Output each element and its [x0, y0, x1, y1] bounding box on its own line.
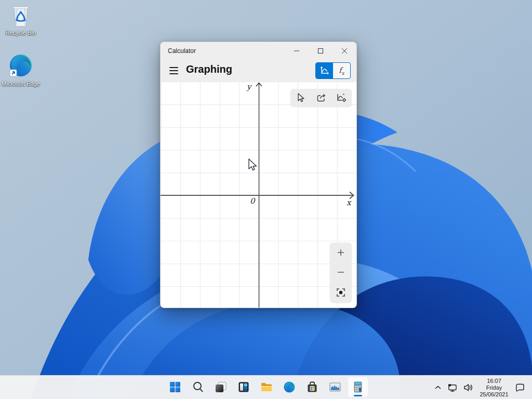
- edge-button[interactable]: [279, 377, 300, 397]
- desktop-icon-recycle-bin[interactable]: Recycle Bin: [1, 4, 41, 36]
- graph-toolbar: [290, 89, 352, 107]
- titlebar[interactable]: Calculator: [161, 42, 356, 60]
- zoom-out-icon: [337, 268, 345, 276]
- calculator-icon: [352, 381, 364, 393]
- start-button[interactable]: [165, 377, 185, 397]
- zoom-out-button[interactable]: [331, 263, 350, 281]
- tray-day: Friday: [478, 384, 510, 391]
- zoom-controls: [330, 243, 352, 302]
- close-button[interactable]: [332, 42, 356, 60]
- graph-options-button[interactable]: [332, 90, 350, 105]
- graph-axes: [161, 82, 357, 308]
- store-button[interactable]: [302, 377, 323, 397]
- share-icon: [316, 92, 326, 103]
- fx-icon: fx: [339, 66, 344, 76]
- recycle-bin-icon: [9, 4, 33, 28]
- y-axis-label: y: [247, 82, 251, 91]
- zoom-in-button[interactable]: [331, 244, 350, 261]
- widgets-icon: [237, 381, 250, 393]
- performance-chart-icon: [329, 381, 341, 393]
- clock[interactable]: 16:07 Friday 25/06/2021: [476, 377, 512, 398]
- volume-icon: [463, 383, 473, 392]
- tray-date: 25/06/2021: [478, 391, 510, 398]
- hidden-icons-button[interactable]: [431, 377, 445, 398]
- graph-icon: [320, 66, 330, 75]
- view-toggle: fx: [315, 62, 351, 79]
- mouse-cursor: [248, 158, 258, 172]
- taskbar: 16:07 Friday 25/06/2021: [0, 375, 532, 399]
- graph-view-button[interactable]: [316, 63, 333, 78]
- window-title: Calculator: [168, 42, 196, 60]
- app-navbar: Graphing fx: [161, 60, 356, 82]
- search-button[interactable]: [188, 377, 208, 397]
- graph-canvas[interactable]: y x 0: [161, 82, 357, 308]
- close-icon: [341, 48, 348, 54]
- page-title: Graphing: [186, 63, 232, 75]
- search-icon: [192, 381, 204, 393]
- file-explorer-button[interactable]: [256, 377, 277, 397]
- maximize-icon: [317, 48, 324, 54]
- chevron-up-icon: [434, 383, 442, 392]
- notification-center-button[interactable]: [512, 377, 528, 398]
- reset-view-button[interactable]: [331, 284, 350, 301]
- network-icon: [447, 383, 458, 392]
- minimize-button[interactable]: [285, 42, 309, 60]
- task-view-icon: [215, 381, 227, 393]
- menu-button[interactable]: [166, 63, 181, 78]
- desktop-icon-label: Recycle Bin: [1, 30, 41, 36]
- file-explorer-icon: [260, 381, 273, 393]
- x-axis-label: x: [347, 198, 351, 207]
- edge-icon: [283, 381, 296, 393]
- origin-label: 0: [250, 196, 255, 206]
- share-button[interactable]: [312, 90, 330, 105]
- task-view-button[interactable]: [210, 377, 231, 397]
- performance-monitor-button[interactable]: [325, 377, 345, 397]
- desktop-icon-microsoft-edge[interactable]: Microsoft Edge: [1, 53, 41, 87]
- network-button[interactable]: [445, 377, 460, 398]
- zoom-in-icon: [337, 248, 345, 257]
- desktop-icon-label: Microsoft Edge: [1, 81, 41, 87]
- trace-pointer-button[interactable]: [292, 90, 310, 105]
- store-icon: [306, 381, 318, 393]
- taskbar-center: [165, 377, 368, 397]
- volume-button[interactable]: [460, 377, 476, 398]
- windows-start-icon: [169, 381, 181, 393]
- reset-view-icon: [336, 288, 345, 297]
- graph-options-icon: [336, 92, 347, 103]
- maximize-button[interactable]: [309, 42, 332, 60]
- minimize-icon: [294, 48, 300, 54]
- notification-icon: [515, 383, 525, 392]
- system-tray: 16:07 Friday 25/06/2021: [431, 376, 528, 399]
- calculator-window: Calculator Graphing: [160, 42, 357, 308]
- edge-icon: [8, 53, 34, 79]
- widgets-button[interactable]: [233, 377, 254, 397]
- calculator-taskbar-button[interactable]: [348, 377, 368, 397]
- tray-time: 16:07: [478, 378, 510, 384]
- trace-pointer-icon: [296, 92, 306, 103]
- function-list-button[interactable]: fx: [333, 63, 350, 78]
